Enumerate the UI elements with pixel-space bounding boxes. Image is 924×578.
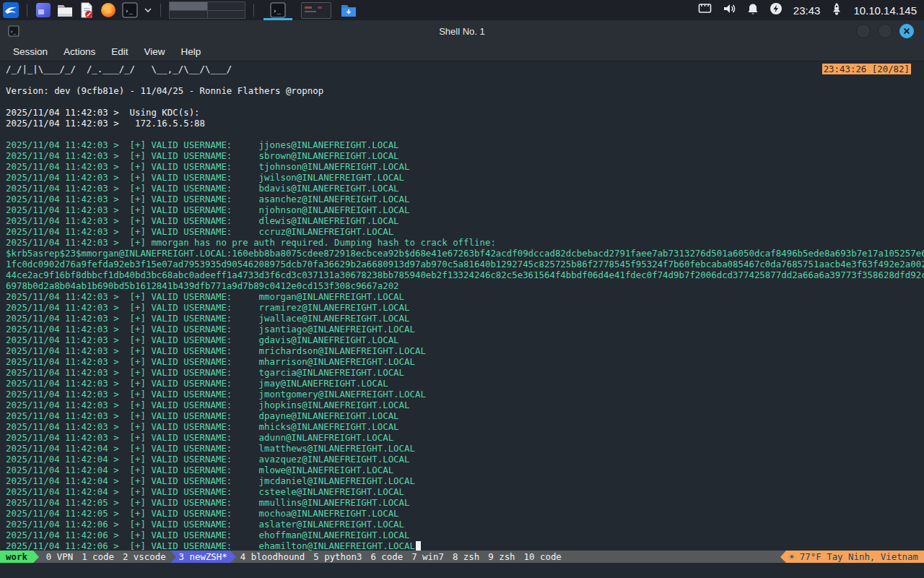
tmux-window-7[interactable]: 7 win7	[407, 551, 448, 563]
window-thumbnail	[301, 2, 331, 19]
svg-text:›_: ›_	[125, 7, 133, 14]
terminal-line: 2025/11/04 11:42:03 > [+] mmorgan has no…	[6, 237, 924, 248]
terminal-line: 2025/11/04 11:42:03 > [+] VALID USERNAME…	[6, 432, 924, 443]
terminal-line: 2025/11/04 11:42:04 > [+] VALID USERNAME…	[6, 443, 924, 454]
terminal-line: $krb5asrep$23$mmorgan@INLANEFREIGHT.LOCA…	[6, 248, 924, 259]
terminal-line: 2025/11/04 11:42:03 > [+] VALID USERNAME…	[6, 139, 924, 150]
terminal-line: 2025/11/04 11:42:03 > [+] VALID USERNAME…	[6, 400, 924, 410]
panel-separator	[27, 4, 27, 17]
terminal-line: 2025/11/04 11:42:04 > [+] VALID USERNAME…	[6, 454, 924, 465]
terminal-line: 2025/11/04 11:42:03 > [+] VALID USERNAME…	[6, 313, 924, 324]
terminal-line: 2025/11/04 11:42:03 > [+] VALID USERNAME…	[6, 226, 924, 237]
network-icon[interactable]	[698, 3, 712, 17]
menu-bar: SessionActionsEditViewHelp	[0, 42, 924, 61]
terminal-line: 2025/11/04 11:42:03 > [+] VALID USERNAME…	[6, 161, 924, 172]
window-title: Shell No. 1	[0, 26, 924, 37]
powerline-arrow	[230, 551, 236, 563]
terminal-line: 2025/11/04 11:42:04 > [+] VALID USERNAME…	[6, 475, 924, 486]
text-editor-icon[interactable]	[77, 1, 96, 19]
tmux-window-6[interactable]: 6 code	[366, 551, 407, 563]
tmux-window-9[interactable]: 9 zsh	[484, 551, 519, 563]
session-clock-badge: 23:43:26 [20/82]	[822, 64, 911, 74]
tmux-window-0[interactable]: 0 VPN	[42, 551, 77, 563]
minimize-button[interactable]	[856, 24, 871, 38]
notifications-bell-icon[interactable]	[747, 3, 759, 18]
terminal-line: 6978b0d2a8b04ab1b690bd5b1612841b439dfb77…	[6, 280, 924, 291]
task-terminal-active[interactable]: ›_	[259, 0, 297, 20]
powerline-arrow	[170, 551, 176, 563]
tmux-window-4[interactable]: 4 bloodhound	[236, 551, 310, 563]
terminal-line	[6, 74, 924, 85]
panel-separator	[253, 4, 254, 17]
tmux-window-5[interactable]: 5 python3	[309, 551, 366, 563]
kali-menu-icon[interactable]	[1, 1, 20, 19]
tmux-window-2[interactable]: 2 vscode	[118, 551, 170, 563]
terminal-line: 2025/11/04 11:42:06 > [+] VALID USERNAME…	[6, 519, 924, 530]
terminal-line: 44ce2ac9f16bf8dbbcf1db40bd3bc68abc0adeef…	[6, 269, 924, 280]
terminal-line: 2025/11/04 11:42:03 > [+] VALID USERNAME…	[6, 356, 924, 367]
desktop-panel: ›_ ›_	[0, 0, 924, 20]
terminal-line	[6, 96, 924, 107]
system-tray: 23:43 10.10.14.145	[698, 2, 924, 18]
workspace-3[interactable]	[170, 11, 207, 19]
terminal-line	[6, 129, 924, 139]
terminal-line: 2025/11/04 11:42:03 > [+] VALID USERNAME…	[6, 204, 924, 215]
tmux-weather-segment: ☀ 77°F Tay Ninh, Vietnam	[780, 551, 924, 563]
terminal-line: 2025/11/04 11:42:03 > [+] VALID USERNAME…	[6, 335, 924, 345]
vpn-rocket-icon[interactable]	[831, 2, 842, 18]
active-task-indicator	[263, 18, 292, 20]
terminal-line: 2025/11/04 11:42:03 > [+] VALID USERNAME…	[6, 150, 924, 161]
powerline-arrow	[780, 551, 786, 563]
panel-clock[interactable]: 23:43	[793, 4, 821, 17]
workspace-pager[interactable]	[169, 1, 245, 19]
terminal-line: 1fc0dc0902d76a9fefda92eb3f15e07ad7953935…	[6, 259, 924, 269]
terminal-line: 2025/11/04 11:42:03 > [+] VALID USERNAME…	[6, 389, 924, 400]
terminal-line: 2025/11/04 11:42:03 > 172.16.5.5:88	[6, 118, 924, 129]
menu-item-view[interactable]: View	[141, 45, 168, 59]
maximize-button[interactable]	[878, 24, 892, 38]
svg-text:›_: ›_	[273, 7, 281, 14]
task-download-folder[interactable]	[336, 0, 362, 20]
tmux-status-bar: work 0 VPN1 code2 vscode3 newZSH*4 blood…	[0, 551, 924, 563]
terminal-line: 2025/11/04 11:42:03 > [+] VALID USERNAME…	[6, 183, 924, 194]
panel-ip-address[interactable]: 10.10.14.145	[853, 4, 917, 17]
workspace-2[interactable]	[208, 2, 245, 10]
terminal-line: 2025/11/04 11:42:03 > [+] VALID USERNAME…	[6, 378, 924, 389]
terminal-line: 2025/11/04 11:42:03 > [+] VALID USERNAME…	[6, 367, 924, 378]
workspace-4[interactable]	[208, 11, 245, 19]
terminal-dropdown-chevron-icon[interactable]	[142, 1, 154, 19]
task-window-preview[interactable]	[297, 0, 336, 20]
file-manager-icon[interactable]	[56, 1, 74, 19]
tmux-window-3[interactable]: 3 newZSH*	[176, 551, 230, 563]
terminal-window[interactable]: /_/|_|\___/_/ /_.___/_/ \__,_/\__/\___/2…	[0, 61, 924, 578]
terminal-line: 2025/11/04 11:42:03 > [+] VALID USERNAME…	[6, 302, 924, 313]
weather-text: ☀ 77°F Tay Ninh, Vietnam	[786, 551, 924, 563]
terminal-launcher-icon[interactable]: ›_	[121, 1, 139, 19]
tmux-window-8[interactable]: 8 zsh	[448, 551, 484, 563]
terminal-line: 2025/11/04 11:42:03 > [+] VALID USERNAME…	[6, 421, 924, 432]
window-switcher-icon[interactable]	[34, 1, 53, 19]
firefox-icon[interactable]	[99, 1, 118, 19]
menu-item-edit[interactable]: Edit	[108, 45, 131, 59]
workspace-1[interactable]	[170, 2, 207, 10]
menu-item-actions[interactable]: Actions	[61, 45, 98, 59]
terminal-line: 2025/11/04 11:42:06 > [+] VALID USERNAME…	[6, 530, 924, 540]
powerline-arrow	[33, 551, 39, 563]
tmux-session-name: work	[0, 551, 33, 563]
terminal-line: 2025/11/04 11:42:06 > [+] VALID USERNAME…	[6, 540, 924, 551]
volume-icon[interactable]	[723, 3, 736, 17]
terminal-line: 2025/11/04 11:42:03 > [+] VALID USERNAME…	[6, 172, 924, 183]
power-circle-icon[interactable]	[770, 2, 783, 18]
menu-item-session[interactable]: Session	[10, 45, 51, 59]
panel-separator	[160, 4, 161, 17]
terminal-line: 2025/11/04 11:42:04 > [+] VALID USERNAME…	[6, 486, 924, 497]
window-titlebar[interactable]: ›_ Shell No. 1	[0, 20, 924, 42]
terminal-line: 2025/11/04 11:42:04 > [+] VALID USERNAME…	[6, 465, 924, 475]
terminal-line: 2025/11/04 11:42:03 > [+] VALID USERNAME…	[6, 345, 924, 356]
terminal-line: 2025/11/04 11:42:05 > [+] VALID USERNAME…	[6, 508, 924, 519]
menu-item-help[interactable]: Help	[178, 45, 204, 59]
close-button[interactable]	[899, 24, 914, 38]
terminal-line: 2025/11/04 11:42:03 > [+] VALID USERNAME…	[6, 324, 924, 335]
tmux-window-10[interactable]: 10 code	[520, 551, 566, 563]
tmux-window-1[interactable]: 1 code	[77, 551, 118, 563]
